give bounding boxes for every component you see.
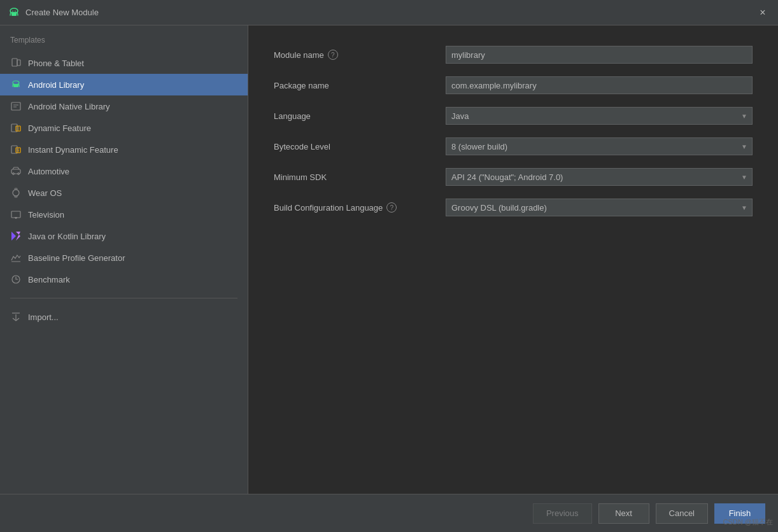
sidebar-item-label-automotive: Automotive <box>28 167 69 176</box>
title-bar: Create New Module × <box>0 0 778 25</box>
app-icon <box>8 6 20 19</box>
bottom-bar: Previous Next Cancel Finish <box>0 494 778 532</box>
build-config-label: Build Configuration Language ? <box>274 202 446 213</box>
sidebar-item-java-kotlin-library[interactable]: Java or Kotlin Library <box>0 225 248 247</box>
form-row-build-config: Build Configuration Language ? Groovy DS… <box>274 199 753 216</box>
sidebar-item-label-import: Import... <box>28 312 59 322</box>
bytecode-level-select-wrapper: 8 (slower build) 7 6 <box>446 137 753 155</box>
build-config-help-icon[interactable]: ? <box>386 202 397 213</box>
sidebar-item-label-android-library: Android Library <box>28 80 84 90</box>
svg-rect-15 <box>11 124 17 132</box>
baseline-profile-icon <box>10 252 22 263</box>
sidebar-item-label-wear-os: Wear OS <box>28 188 62 198</box>
sidebar-item-label-dynamic-feature: Dynamic Feature <box>28 123 91 133</box>
svg-rect-3 <box>11 12 17 16</box>
sidebar-item-benchmark[interactable]: Benchmark <box>0 269 248 290</box>
sidebar-item-label-java-kotlin-library: Java or Kotlin Library <box>28 232 106 241</box>
benchmark-icon <box>10 274 22 285</box>
package-name-input[interactable] <box>446 76 753 94</box>
form-row-minimum-sdk: Minimum SDK API 24 ("Nougat"; Android 7.… <box>274 168 753 186</box>
kotlin-icon <box>10 230 22 242</box>
watermark: CSDN @猫不在 <box>723 517 773 527</box>
close-button[interactable]: × <box>755 5 770 20</box>
svg-rect-12 <box>11 102 20 110</box>
form-row-package-name: Package name <box>274 76 753 94</box>
module-name-help-icon[interactable]: ? <box>328 50 338 60</box>
import-icon <box>10 311 22 323</box>
module-name-label: Module name ? <box>274 50 446 60</box>
build-config-select-wrapper: Groovy DSL (build.gradle) Kotlin DSL (bu… <box>446 199 753 216</box>
svg-line-1 <box>10 12 11 15</box>
sidebar-item-dynamic-feature[interactable]: Dynamic Feature <box>0 117 248 139</box>
sidebar-item-automotive[interactable]: Automotive <box>0 160 248 182</box>
sidebar-item-label-phone-tablet: Phone & Tablet <box>28 59 84 68</box>
cancel-button[interactable]: Cancel <box>656 503 708 524</box>
sidebar-item-television[interactable]: Television <box>0 204 248 225</box>
previous-button[interactable]: Previous <box>533 503 592 524</box>
android-library-icon <box>10 79 22 90</box>
minimum-sdk-select-wrapper: API 24 ("Nougat"; Android 7.0) API 21 AP… <box>446 168 753 186</box>
svg-rect-27 <box>15 196 17 197</box>
automotive-icon <box>10 165 22 177</box>
sidebar-item-label-television: Television <box>28 210 64 220</box>
dialog-body: Templates Phone & Tablet Androi <box>0 25 778 494</box>
svg-marker-31 <box>11 232 16 241</box>
sidebar-item-android-library[interactable]: Android Library <box>0 74 248 95</box>
next-button[interactable]: Next <box>598 503 649 524</box>
sidebar-divider <box>10 298 237 298</box>
minimum-sdk-select[interactable]: API 24 ("Nougat"; Android 7.0) API 21 AP… <box>446 168 753 186</box>
build-config-select[interactable]: Groovy DSL (build.gradle) Kotlin DSL (bu… <box>446 199 753 216</box>
sidebar-item-label-instant-dynamic-feature: Instant Dynamic Feature <box>28 145 118 155</box>
dynamic-feature-icon <box>10 122 22 134</box>
sidebar-item-baseline-profile[interactable]: Baseline Profile Generator <box>0 247 248 269</box>
svg-line-2 <box>17 12 18 15</box>
svg-marker-32 <box>16 232 20 241</box>
svg-rect-11 <box>13 84 18 87</box>
language-select-wrapper: Java Kotlin <box>446 107 753 125</box>
svg-rect-18 <box>11 146 17 153</box>
svg-rect-6 <box>12 59 17 66</box>
minimum-sdk-label: Minimum SDK <box>274 172 446 182</box>
svg-rect-28 <box>11 211 20 218</box>
television-icon <box>10 209 22 220</box>
module-name-input[interactable] <box>446 46 753 64</box>
sidebar-item-import[interactable]: Import... <box>0 306 248 328</box>
wear-os-icon <box>10 187 22 199</box>
svg-line-10 <box>19 84 20 87</box>
native-library-icon <box>10 101 22 112</box>
form-row-language: Language Java Kotlin <box>274 107 753 125</box>
form-row-bytecode: Bytecode Level 8 (slower build) 7 6 <box>274 137 753 155</box>
phone-tablet-icon <box>10 57 22 69</box>
sidebar-item-label-native-library: Android Native Library <box>28 102 110 111</box>
sidebar-item-label-baseline-profile: Baseline Profile Generator <box>28 253 125 263</box>
sidebar-item-android-native-library[interactable]: Android Native Library <box>0 95 248 117</box>
bytecode-level-select[interactable]: 8 (slower build) 7 6 <box>446 137 753 155</box>
sidebar-item-wear-os[interactable]: Wear OS <box>0 182 248 204</box>
sidebar: Templates Phone & Tablet Androi <box>0 25 248 494</box>
language-select[interactable]: Java Kotlin <box>446 107 753 125</box>
content-area: Module name ? Package name Language Java… <box>248 25 778 494</box>
instant-dynamic-feature-icon <box>10 144 22 155</box>
window-title: Create New Module <box>25 8 99 17</box>
svg-line-9 <box>13 84 13 87</box>
sidebar-item-instant-dynamic-feature[interactable]: Instant Dynamic Feature <box>0 139 248 160</box>
language-label: Language <box>274 111 446 121</box>
sidebar-item-label-benchmark: Benchmark <box>28 275 70 284</box>
svg-rect-26 <box>15 188 17 190</box>
sidebar-item-phone-tablet[interactable]: Phone & Tablet <box>0 52 248 74</box>
package-name-label: Package name <box>274 81 446 90</box>
svg-point-25 <box>13 190 19 196</box>
form-row-module-name: Module name ? <box>274 46 753 64</box>
bytecode-level-label: Bytecode Level <box>274 142 446 151</box>
sidebar-heading: Templates <box>0 36 248 52</box>
svg-rect-7 <box>17 60 20 66</box>
